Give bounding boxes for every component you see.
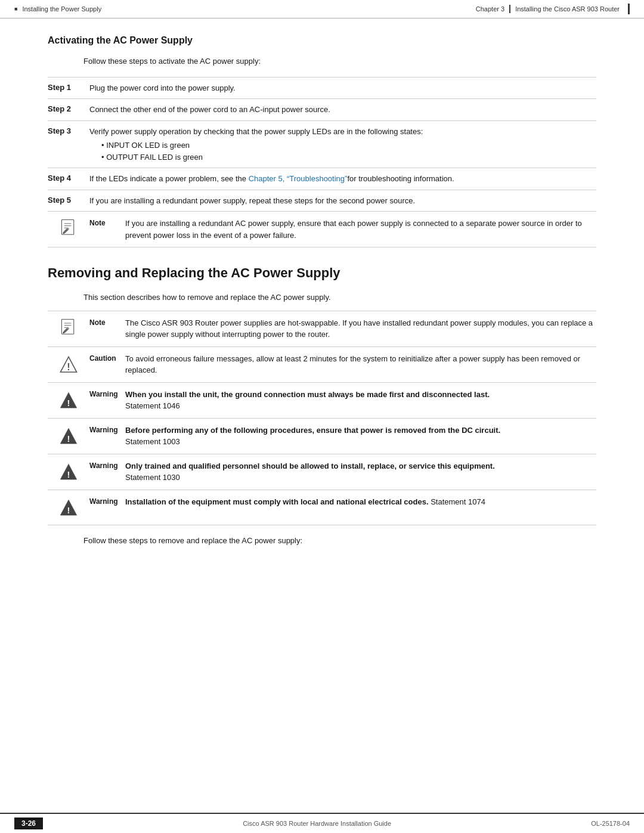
section2-caution: ! Caution To avoid erroneous failure mes… xyxy=(48,346,596,382)
step-3-bullets: INPUT OK LED is green OUTPUT FAIL LED is… xyxy=(89,140,596,163)
svg-text:!: ! xyxy=(67,469,70,479)
warning-4-content: Installation of the equipment must compl… xyxy=(125,496,596,508)
section2-warning-1: ! Warning When you install the unit, the… xyxy=(48,382,596,418)
warning-1-statement: Statement 1046 xyxy=(125,401,180,410)
svg-text:!: ! xyxy=(67,361,70,371)
header-left: ■ Installing the Power Supply xyxy=(14,5,101,13)
warning-1-content: When you install the unit, the ground co… xyxy=(125,389,596,412)
section2-note-icon-wrap xyxy=(48,317,89,337)
caution-content: To avoid erroneous failure messages, all… xyxy=(125,353,596,376)
step-2-content: Connect the other end of the power cord … xyxy=(89,104,596,116)
warning-2-icon: ! xyxy=(59,426,78,447)
warning-3-bold: Only trained and qualified personnel sho… xyxy=(125,462,495,470)
section2-warning-2: ! Warning Before performing any of the f… xyxy=(48,418,596,454)
header-chapter: Chapter 3 xyxy=(476,5,504,13)
step-3-label: Step 3 xyxy=(48,126,89,135)
step-4-text-after: for troubleshooting information. xyxy=(347,174,454,183)
step-2-label: Step 2 xyxy=(48,104,89,113)
caution-icon-wrap: ! xyxy=(48,353,89,376)
steps-container: Step 1 Plug the power cord into the powe… xyxy=(48,77,596,248)
warning-2-icon-wrap: ! xyxy=(48,425,89,447)
footer-doc-number: OL-25178-04 xyxy=(591,820,630,827)
warning-1-bold: When you install the unit, the ground co… xyxy=(125,390,490,399)
bullet-2: OUTPUT FAIL LED is green xyxy=(101,151,596,163)
section2-outro: Follow these steps to remove and replace… xyxy=(83,535,596,547)
section2-note-label: Note xyxy=(89,317,125,327)
step-1-content: Plug the power cord into the power suppl… xyxy=(89,82,596,94)
section1-title: Activating the AC Power Supply xyxy=(48,35,596,46)
header-end-bar xyxy=(628,4,630,14)
bullet-1: INPUT OK LED is green xyxy=(101,140,596,151)
step-4: Step 4 If the LEDs indicate a power prob… xyxy=(48,168,596,190)
step-4-link[interactable]: Chapter 5, “Troubleshooting” xyxy=(249,174,348,183)
section2-intro: This section describes how to remove and… xyxy=(83,292,596,304)
step-1-label: Step 1 xyxy=(48,82,89,92)
header-chapter-title: Installing the Cisco ASR 903 Router xyxy=(515,5,620,13)
step-2: Step 2 Connect the other end of the powe… xyxy=(48,98,596,120)
footer-page-number: 3-26 xyxy=(14,817,43,829)
step-3-text: Verify power supply operation by checkin… xyxy=(89,127,423,136)
warning-2-statement: Statement 1003 xyxy=(125,437,180,446)
note-icon xyxy=(59,219,78,238)
footer: 3-26 Cisco ASR 903 Router Hardware Insta… xyxy=(0,813,644,833)
warning-4-label: Warning xyxy=(89,496,125,506)
section-replacing: Removing and Replacing the AC Power Supp… xyxy=(48,265,596,546)
step-5: Step 5 If you are installing a redundant… xyxy=(48,190,596,212)
warning-2-bold: Before performing any of the following p… xyxy=(125,426,500,435)
main-content: Activating the AC Power Supply Follow th… xyxy=(0,18,644,565)
section2-note-content: The Cisco ASR 903 Router power supplies … xyxy=(125,317,596,340)
section2-note-icon xyxy=(59,318,78,337)
warning-1-label: Warning xyxy=(89,389,125,398)
section2-warning-4: ! Warning Installation of the equipment … xyxy=(48,490,596,525)
note-label: Note xyxy=(89,218,125,227)
warning-3-label: Warning xyxy=(89,460,125,470)
caution-icon: ! xyxy=(59,354,78,376)
step-4-label: Step 4 xyxy=(48,173,89,182)
section1-note: Note If you are installing a redundant A… xyxy=(48,211,596,247)
step-4-text-before: If the LEDs indicate a power problem, se… xyxy=(89,174,249,183)
header-breadcrumb: Installing the Power Supply xyxy=(22,5,101,13)
header-right: Chapter 3 Installing the Cisco ASR 903 R… xyxy=(476,4,630,14)
section1-intro: Follow these steps to activate the AC po… xyxy=(83,55,596,67)
svg-text:!: ! xyxy=(67,433,70,443)
note-icon-wrap xyxy=(48,218,89,238)
warning-3-statement: Statement 1030 xyxy=(125,473,180,482)
warning-3-content: Only trained and qualified personnel sho… xyxy=(125,460,596,484)
warning-2-label: Warning xyxy=(89,425,125,434)
caution-label: Caution xyxy=(89,353,125,363)
section2-title: Removing and Replacing the AC Power Supp… xyxy=(48,265,596,281)
warning-3-icon-wrap: ! xyxy=(48,460,89,483)
warning-2-content: Before performing any of the following p… xyxy=(125,425,596,448)
warning-1-icon-wrap: ! xyxy=(48,389,89,411)
section-activating: Activating the AC Power Supply Follow th… xyxy=(48,35,596,247)
warning-3-icon: ! xyxy=(59,462,78,483)
warning-4-icon: ! xyxy=(59,497,78,519)
warning-1-icon: ! xyxy=(59,390,78,411)
step-5-content: If you are installing a redundant power … xyxy=(89,195,596,207)
header-separator xyxy=(509,5,510,13)
step-3: Step 3 Verify power supply operation by … xyxy=(48,120,596,168)
step-3-content: Verify power supply operation by checkin… xyxy=(89,126,596,163)
warning-4-icon-wrap: ! xyxy=(48,496,89,519)
note-content: If you are installing a redundant AC pow… xyxy=(125,218,596,241)
svg-text:!: ! xyxy=(67,505,70,515)
svg-text:!: ! xyxy=(67,398,70,407)
footer-title: Cisco ASR 903 Router Hardware Installati… xyxy=(243,820,391,827)
section2-warning-3: ! Warning Only trained and qualified per… xyxy=(48,454,596,490)
step-5-label: Step 5 xyxy=(48,195,89,205)
warning-4-bold: Installation of the equipment must compl… xyxy=(125,497,485,506)
header: ■ Installing the Power Supply Chapter 3 … xyxy=(0,0,644,18)
step-1: Step 1 Plug the power cord into the powe… xyxy=(48,77,596,99)
section2-note: Note The Cisco ASR 903 Router power supp… xyxy=(48,311,596,346)
step-4-content: If the LEDs indicate a power problem, se… xyxy=(89,173,596,185)
header-breadcrumb-icon: ■ xyxy=(14,6,17,12)
